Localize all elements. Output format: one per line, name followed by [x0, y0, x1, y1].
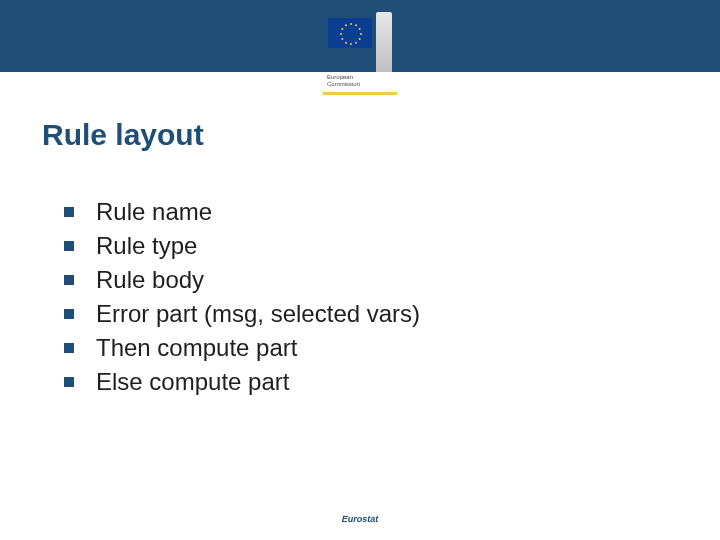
svg-point-8 — [341, 38, 343, 40]
svg-point-6 — [350, 43, 352, 45]
eu-flag-icon — [328, 18, 372, 48]
bullet-icon — [64, 309, 74, 319]
svg-point-11 — [345, 24, 347, 26]
ec-logo-underline — [323, 92, 397, 95]
svg-point-7 — [345, 42, 347, 44]
footer-text: Eurostat — [0, 514, 720, 524]
list-item: Else compute part — [64, 368, 420, 396]
bullet-list: Rule name Rule type Rule body Error part… — [64, 198, 420, 402]
bullet-text: Rule body — [96, 266, 204, 294]
svg-point-1 — [355, 24, 357, 26]
bullet-icon — [64, 207, 74, 217]
list-item: Rule body — [64, 266, 420, 294]
bullet-icon — [64, 343, 74, 353]
svg-point-9 — [340, 33, 342, 35]
bullet-icon — [64, 275, 74, 285]
list-item: Then compute part — [64, 334, 420, 362]
svg-point-5 — [355, 42, 357, 44]
bullet-text: Error part (msg, selected vars) — [96, 300, 420, 328]
svg-point-0 — [350, 23, 352, 25]
ec-logo-top — [323, 18, 397, 72]
list-item: Error part (msg, selected vars) — [64, 300, 420, 328]
pillar-icon — [376, 12, 392, 72]
bullet-icon — [64, 377, 74, 387]
svg-point-4 — [359, 38, 361, 40]
ec-logo: European Commission — [323, 18, 397, 100]
slide-title: Rule layout — [42, 118, 204, 152]
ec-logo-line1: European — [327, 74, 360, 81]
list-item: Rule name — [64, 198, 420, 226]
ec-logo-text: European Commission — [323, 74, 360, 88]
bullet-icon — [64, 241, 74, 251]
list-item: Rule type — [64, 232, 420, 260]
ec-logo-line2: Commission — [327, 81, 360, 88]
bullet-text: Rule type — [96, 232, 197, 260]
bullet-text: Else compute part — [96, 368, 289, 396]
slide: European Commission Rule layout Rule nam… — [0, 0, 720, 540]
svg-point-10 — [341, 28, 343, 30]
svg-point-2 — [359, 28, 361, 30]
svg-point-3 — [360, 33, 362, 35]
bullet-text: Rule name — [96, 198, 212, 226]
bullet-text: Then compute part — [96, 334, 297, 362]
